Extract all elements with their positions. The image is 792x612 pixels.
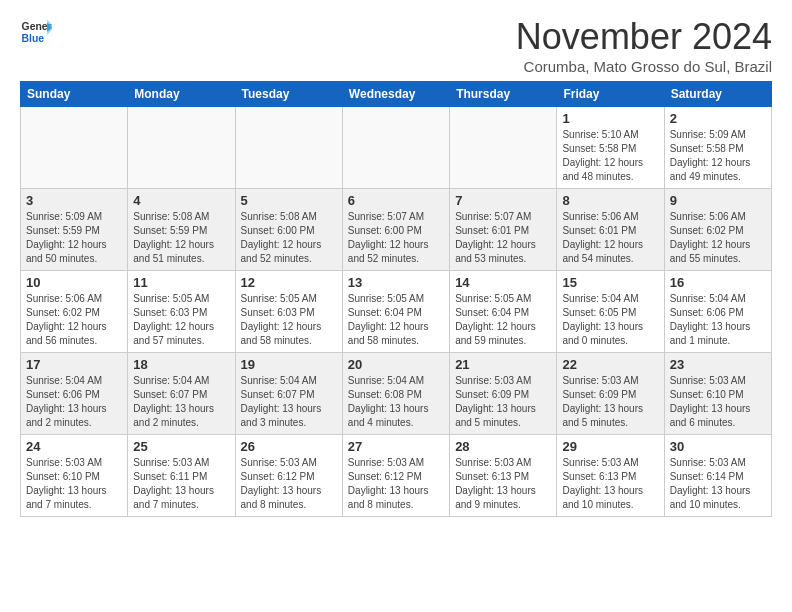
day-number: 14 — [455, 275, 551, 290]
day-info: Sunrise: 5:06 AMSunset: 6:01 PMDaylight:… — [562, 210, 658, 266]
calendar-cell: 23Sunrise: 5:03 AMSunset: 6:10 PMDayligh… — [664, 353, 771, 435]
calendar-cell: 25Sunrise: 5:03 AMSunset: 6:11 PMDayligh… — [128, 435, 235, 517]
day-info: Sunrise: 5:03 AMSunset: 6:09 PMDaylight:… — [455, 374, 551, 430]
day-number: 4 — [133, 193, 229, 208]
day-number: 1 — [562, 111, 658, 126]
calendar-cell — [128, 107, 235, 189]
day-number: 11 — [133, 275, 229, 290]
day-info: Sunrise: 5:05 AMSunset: 6:03 PMDaylight:… — [241, 292, 337, 348]
calendar-week-row: 1Sunrise: 5:10 AMSunset: 5:58 PMDaylight… — [21, 107, 772, 189]
month-title: November 2024 — [516, 16, 772, 58]
calendar-cell: 29Sunrise: 5:03 AMSunset: 6:13 PMDayligh… — [557, 435, 664, 517]
day-info: Sunrise: 5:05 AMSunset: 6:04 PMDaylight:… — [455, 292, 551, 348]
day-info: Sunrise: 5:05 AMSunset: 6:03 PMDaylight:… — [133, 292, 229, 348]
calendar-cell: 8Sunrise: 5:06 AMSunset: 6:01 PMDaylight… — [557, 189, 664, 271]
day-number: 22 — [562, 357, 658, 372]
day-info: Sunrise: 5:03 AMSunset: 6:13 PMDaylight:… — [455, 456, 551, 512]
day-number: 20 — [348, 357, 444, 372]
calendar-cell: 17Sunrise: 5:04 AMSunset: 6:06 PMDayligh… — [21, 353, 128, 435]
day-number: 18 — [133, 357, 229, 372]
calendar-cell: 26Sunrise: 5:03 AMSunset: 6:12 PMDayligh… — [235, 435, 342, 517]
day-header-friday: Friday — [557, 82, 664, 107]
day-info: Sunrise: 5:03 AMSunset: 6:13 PMDaylight:… — [562, 456, 658, 512]
calendar-cell: 16Sunrise: 5:04 AMSunset: 6:06 PMDayligh… — [664, 271, 771, 353]
logo-icon: General Blue — [20, 16, 52, 48]
calendar-cell: 1Sunrise: 5:10 AMSunset: 5:58 PMDaylight… — [557, 107, 664, 189]
day-header-tuesday: Tuesday — [235, 82, 342, 107]
calendar-cell: 5Sunrise: 5:08 AMSunset: 6:00 PMDaylight… — [235, 189, 342, 271]
calendar-cell: 15Sunrise: 5:04 AMSunset: 6:05 PMDayligh… — [557, 271, 664, 353]
location: Corumba, Mato Grosso do Sul, Brazil — [516, 58, 772, 75]
day-info: Sunrise: 5:03 AMSunset: 6:14 PMDaylight:… — [670, 456, 766, 512]
calendar-cell: 30Sunrise: 5:03 AMSunset: 6:14 PMDayligh… — [664, 435, 771, 517]
calendar-week-row: 17Sunrise: 5:04 AMSunset: 6:06 PMDayligh… — [21, 353, 772, 435]
calendar-cell — [21, 107, 128, 189]
svg-text:Blue: Blue — [22, 33, 45, 44]
day-info: Sunrise: 5:08 AMSunset: 5:59 PMDaylight:… — [133, 210, 229, 266]
day-number: 19 — [241, 357, 337, 372]
day-info: Sunrise: 5:03 AMSunset: 6:10 PMDaylight:… — [26, 456, 122, 512]
day-info: Sunrise: 5:04 AMSunset: 6:08 PMDaylight:… — [348, 374, 444, 430]
day-info: Sunrise: 5:07 AMSunset: 6:01 PMDaylight:… — [455, 210, 551, 266]
calendar-header-row: SundayMondayTuesdayWednesdayThursdayFrid… — [21, 82, 772, 107]
day-info: Sunrise: 5:03 AMSunset: 6:09 PMDaylight:… — [562, 374, 658, 430]
calendar-cell: 24Sunrise: 5:03 AMSunset: 6:10 PMDayligh… — [21, 435, 128, 517]
day-number: 9 — [670, 193, 766, 208]
title-block: November 2024 Corumba, Mato Grosso do Su… — [516, 16, 772, 75]
day-info: Sunrise: 5:06 AMSunset: 6:02 PMDaylight:… — [670, 210, 766, 266]
day-header-monday: Monday — [128, 82, 235, 107]
day-number: 13 — [348, 275, 444, 290]
calendar-cell — [450, 107, 557, 189]
calendar-cell — [235, 107, 342, 189]
calendar-cell: 19Sunrise: 5:04 AMSunset: 6:07 PMDayligh… — [235, 353, 342, 435]
day-info: Sunrise: 5:03 AMSunset: 6:12 PMDaylight:… — [348, 456, 444, 512]
day-header-thursday: Thursday — [450, 82, 557, 107]
day-number: 15 — [562, 275, 658, 290]
day-number: 21 — [455, 357, 551, 372]
day-info: Sunrise: 5:09 AMSunset: 5:58 PMDaylight:… — [670, 128, 766, 184]
day-number: 5 — [241, 193, 337, 208]
day-number: 6 — [348, 193, 444, 208]
day-info: Sunrise: 5:05 AMSunset: 6:04 PMDaylight:… — [348, 292, 444, 348]
day-info: Sunrise: 5:04 AMSunset: 6:05 PMDaylight:… — [562, 292, 658, 348]
day-info: Sunrise: 5:08 AMSunset: 6:00 PMDaylight:… — [241, 210, 337, 266]
day-header-sunday: Sunday — [21, 82, 128, 107]
calendar-cell: 9Sunrise: 5:06 AMSunset: 6:02 PMDaylight… — [664, 189, 771, 271]
calendar-cell: 22Sunrise: 5:03 AMSunset: 6:09 PMDayligh… — [557, 353, 664, 435]
day-number: 16 — [670, 275, 766, 290]
day-number: 10 — [26, 275, 122, 290]
day-info: Sunrise: 5:04 AMSunset: 6:06 PMDaylight:… — [670, 292, 766, 348]
day-number: 23 — [670, 357, 766, 372]
day-info: Sunrise: 5:04 AMSunset: 6:06 PMDaylight:… — [26, 374, 122, 430]
calendar-cell: 10Sunrise: 5:06 AMSunset: 6:02 PMDayligh… — [21, 271, 128, 353]
day-header-wednesday: Wednesday — [342, 82, 449, 107]
day-number: 25 — [133, 439, 229, 454]
day-info: Sunrise: 5:07 AMSunset: 6:00 PMDaylight:… — [348, 210, 444, 266]
calendar-cell: 3Sunrise: 5:09 AMSunset: 5:59 PMDaylight… — [21, 189, 128, 271]
day-number: 2 — [670, 111, 766, 126]
logo: General Blue — [20, 16, 52, 48]
calendar-cell: 13Sunrise: 5:05 AMSunset: 6:04 PMDayligh… — [342, 271, 449, 353]
day-info: Sunrise: 5:04 AMSunset: 6:07 PMDaylight:… — [241, 374, 337, 430]
day-info: Sunrise: 5:09 AMSunset: 5:59 PMDaylight:… — [26, 210, 122, 266]
calendar-cell: 20Sunrise: 5:04 AMSunset: 6:08 PMDayligh… — [342, 353, 449, 435]
day-header-saturday: Saturday — [664, 82, 771, 107]
calendar-cell: 6Sunrise: 5:07 AMSunset: 6:00 PMDaylight… — [342, 189, 449, 271]
day-info: Sunrise: 5:03 AMSunset: 6:10 PMDaylight:… — [670, 374, 766, 430]
calendar-cell: 14Sunrise: 5:05 AMSunset: 6:04 PMDayligh… — [450, 271, 557, 353]
day-number: 27 — [348, 439, 444, 454]
calendar-cell: 27Sunrise: 5:03 AMSunset: 6:12 PMDayligh… — [342, 435, 449, 517]
page-header: General Blue November 2024 Corumba, Mato… — [20, 16, 772, 75]
day-number: 8 — [562, 193, 658, 208]
calendar-cell: 11Sunrise: 5:05 AMSunset: 6:03 PMDayligh… — [128, 271, 235, 353]
calendar-week-row: 24Sunrise: 5:03 AMSunset: 6:10 PMDayligh… — [21, 435, 772, 517]
day-info: Sunrise: 5:03 AMSunset: 6:12 PMDaylight:… — [241, 456, 337, 512]
calendar-cell: 12Sunrise: 5:05 AMSunset: 6:03 PMDayligh… — [235, 271, 342, 353]
day-info: Sunrise: 5:10 AMSunset: 5:58 PMDaylight:… — [562, 128, 658, 184]
day-number: 12 — [241, 275, 337, 290]
calendar-cell: 28Sunrise: 5:03 AMSunset: 6:13 PMDayligh… — [450, 435, 557, 517]
calendar-week-row: 3Sunrise: 5:09 AMSunset: 5:59 PMDaylight… — [21, 189, 772, 271]
day-number: 29 — [562, 439, 658, 454]
day-number: 7 — [455, 193, 551, 208]
day-number: 17 — [26, 357, 122, 372]
